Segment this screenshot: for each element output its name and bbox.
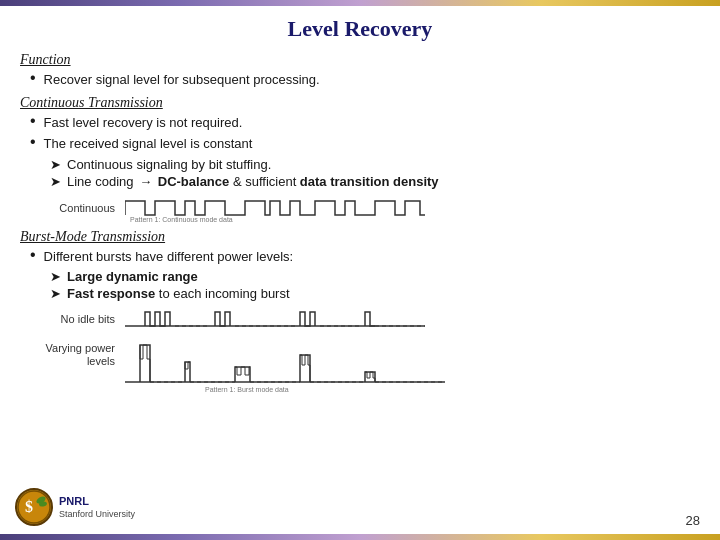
slide-container: Level Recovery Function • Recover signal… xyxy=(0,0,720,540)
bullet-dot-2: • xyxy=(30,113,36,129)
continuous-diagram-label: Continuous xyxy=(40,202,115,214)
continuous-bullet-text-1: Fast level recovery is not required. xyxy=(44,114,700,132)
arrow-icon-4: ➤ xyxy=(50,286,61,301)
continuous-sub-text-1: Continuous signaling by bit stuffing. xyxy=(67,157,271,172)
continuous-sub-1: ➤ Continuous signaling by bit stuffing. xyxy=(50,157,700,172)
burst-sub-text-2: Fast response to each incoming burst xyxy=(67,286,290,301)
logo-area: $ PNRL Stanford University xyxy=(15,488,135,526)
no-idle-waveform xyxy=(125,304,425,334)
continuous-waveform-svg: Pattern 1: Continuous mode data xyxy=(125,193,425,223)
burst-sub-1: ➤ Large dynamic range xyxy=(50,269,700,284)
svg-text:$: $ xyxy=(25,498,33,515)
logo-name: PNRL xyxy=(59,495,135,508)
varying-power-label: Varying powerlevels xyxy=(40,342,115,368)
logo-image: $ xyxy=(15,488,53,526)
bullet-dot-4: • xyxy=(30,247,36,263)
logo-svg: $ xyxy=(17,490,51,524)
burst-bullet-1: • Different bursts have different power … xyxy=(30,248,700,266)
no-idle-diagram-row: No idle bits xyxy=(40,304,700,334)
bullet-dot-3: • xyxy=(30,134,36,150)
continuous-waveform: Pattern 1: Continuous mode data xyxy=(125,193,425,223)
varying-power-waveform: Pattern 1: Burst mode data xyxy=(125,337,445,392)
logo-subtitle: Stanford University xyxy=(59,509,135,519)
svg-point-13 xyxy=(18,491,50,523)
function-bullet-text-1: Recover signal level for subsequent proc… xyxy=(44,71,700,89)
burst-sub-2: ➤ Fast response to each incoming burst xyxy=(50,286,700,301)
svg-text:Pattern 1: Burst mode data: Pattern 1: Burst mode data xyxy=(205,386,289,392)
continuous-sub-text-2: Line coding → DC-balance & sufficient da… xyxy=(67,174,439,189)
arrow-icon-3: ➤ xyxy=(50,269,61,284)
bullet-dot: • xyxy=(30,70,36,86)
no-idle-label: No idle bits xyxy=(40,313,115,325)
slide-title: Level Recovery xyxy=(0,6,720,50)
burst-sub-text-1: Large dynamic range xyxy=(67,269,198,284)
varying-power-waveform-svg: Pattern 1: Burst mode data xyxy=(125,337,445,392)
burst-heading: Burst-Mode Transmission xyxy=(20,229,700,245)
burst-section: Burst-Mode Transmission • Different burs… xyxy=(20,229,700,301)
varying-power-diagram-row: Varying powerlevels xyxy=(40,337,700,392)
continuous-heading: Continuous Transmission xyxy=(20,95,700,111)
arrow-icon-2: ➤ xyxy=(50,174,61,189)
continuous-bullet-1: • Fast level recovery is not required. xyxy=(30,114,700,132)
function-heading: Function xyxy=(20,52,700,68)
no-idle-waveform-svg xyxy=(125,304,425,334)
arrow-icon-1: ➤ xyxy=(50,157,61,172)
continuous-diagram-row: Continuous Pattern 1: Continuous mode da… xyxy=(40,193,700,223)
continuous-section: Continuous Transmission • Fast level rec… xyxy=(20,95,700,188)
burst-bullet-text-1: Different bursts have different power le… xyxy=(44,248,700,266)
logo-text-area: PNRL Stanford University xyxy=(59,495,135,518)
continuous-sub-2: ➤ Line coding → DC-balance & sufficient … xyxy=(50,174,700,189)
continuous-bullet-2: • The received signal level is constant xyxy=(30,135,700,153)
function-section: Function • Recover signal level for subs… xyxy=(20,52,700,89)
continuous-bullet-text-2: The received signal level is constant xyxy=(44,135,700,153)
svg-text:Pattern 1: Continuous mode dat: Pattern 1: Continuous mode data xyxy=(130,216,233,223)
bottom-border xyxy=(0,534,720,540)
page-number: 28 xyxy=(686,513,700,528)
function-bullet-1: • Recover signal level for subsequent pr… xyxy=(30,71,700,89)
slide-content: Function • Recover signal level for subs… xyxy=(0,50,720,392)
